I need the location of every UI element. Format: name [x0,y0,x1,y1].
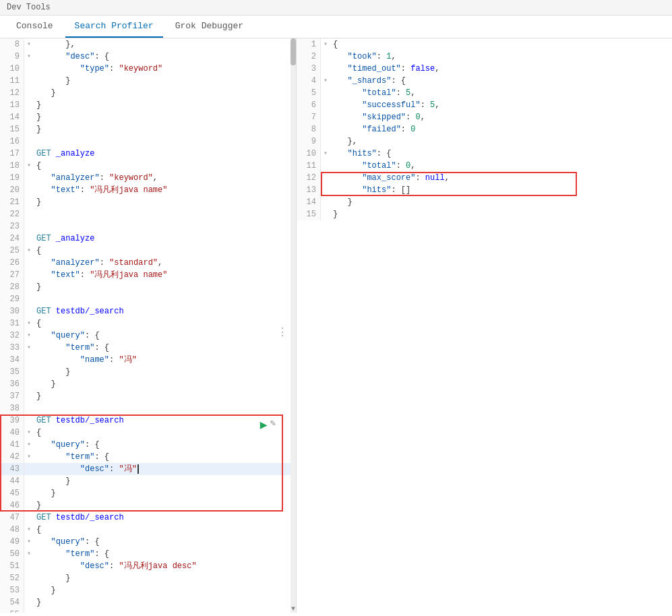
token: "skipped" [362,113,406,122]
line-fold-icon[interactable]: ▾ [24,524,34,536]
token: [] [401,185,410,195]
line-fold-icon[interactable]: ▾ [24,548,34,560]
token [36,52,65,61]
line-number: 40 [0,427,24,439]
line-number: 10 [297,148,321,160]
table-row: 11 } [0,75,296,87]
line-fold-icon[interactable]: ▾ [24,536,34,548]
token: : { [85,331,100,340]
token: testdb/_search [56,513,124,522]
token [333,185,362,195]
line-fold-icon[interactable]: ▾ [24,160,34,172]
table-row: 9 }, [297,135,672,148]
table-row: 20 "text": "冯凡利java name" [0,184,296,196]
line-content: } [34,99,296,111]
table-row: 35 } [0,366,296,378]
line-fold-icon[interactable]: ▾ [321,75,330,87]
line-fold-icon[interactable]: ▾ [24,245,34,257]
line-content: } [34,111,296,123]
table-row: 32▾ "query": { [0,330,296,342]
table-row: 24GET _analyze [0,233,296,245]
token [36,549,65,559]
line-fold-icon[interactable]: ▾ [24,342,34,354]
line-fold-icon[interactable]: ▾ [24,330,34,342]
token: } [51,586,56,595]
token: "max_score" [362,173,415,183]
token: "term" [65,452,94,462]
token [36,185,51,195]
line-fold-icon [24,584,34,596]
tab-grok-debugger[interactable]: Grok Debugger [166,16,253,38]
line-fold-icon [24,172,34,184]
line-content: } [34,196,296,208]
line-content: } [34,584,296,596]
line-content: GET testdb/_search [34,512,296,524]
right-code-editor[interactable]: 1▾{2 "took": 1,3 "timed_out": false,4▾ "… [297,38,672,613]
line-fold-icon [24,220,34,233]
line-number: 14 [0,111,24,123]
table-row: 31▾{ [0,317,296,330]
scrollbar-down-arrow[interactable]: ▼ [291,605,296,613]
line-number: 13 [0,99,24,111]
token: }, [348,137,357,146]
line-content: "hits": [] [330,184,672,196]
left-lines: 8▾ },9▾ "desc": {10 "type": "keyword"11 … [0,38,296,613]
line-fold-icon[interactable]: ▾ [24,317,34,330]
line-content [34,220,296,233]
table-row: 3 "timed_out": false, [297,63,672,75]
token: } [65,574,70,583]
line-number: 12 [297,172,321,184]
token: : { [377,149,392,158]
tab-console[interactable]: Console [7,16,63,38]
line-content: "term": { [34,548,296,560]
left-scrollbar-thumb[interactable] [291,38,296,65]
line-fold-icon [24,63,34,75]
edit-button[interactable]: ✎ [270,417,276,432]
line-number: 49 [0,536,24,548]
left-scrollbar[interactable]: ▼ [291,38,296,613]
line-fold-icon[interactable]: ▾ [24,427,34,439]
line-content [34,293,296,305]
line-content: { [34,160,296,172]
run-button[interactable]: ▶ [260,417,268,432]
line-fold-icon[interactable]: ▾ [321,148,330,160]
line-fold-icon [321,208,330,220]
table-row: 7 "skipped": 0, [297,111,672,123]
token: "standard" [109,258,158,268]
token: } [36,113,41,122]
line-fold-icon[interactable]: ▾ [24,38,34,51]
line-number: 43 [0,463,24,475]
line-fold-icon [24,596,34,609]
tab-search-profiler[interactable]: Search Profiler [65,16,163,38]
token: : [401,125,410,134]
table-row: 15} [0,123,296,135]
line-fold-icon[interactable]: ▾ [24,51,34,63]
token: "desc" [80,561,109,571]
line-number: 4 [297,75,321,87]
table-row: 28} [0,281,296,293]
line-number: 47 [0,512,24,524]
left-code-editor[interactable]: 8▾ },9▾ "desc": {10 "type": "keyword"11 … [0,38,296,613]
line-number: 48 [0,524,24,536]
line-fold-icon[interactable]: ▾ [321,38,330,51]
token: "took" [348,52,377,61]
line-content [34,402,296,414]
line-number: 16 [0,135,24,148]
token [36,561,80,571]
table-row: 16 [0,135,296,148]
line-fold-icon[interactable]: ▾ [24,451,34,463]
line-content: } [34,75,296,87]
token: "冯" [119,355,136,365]
line-content: "analyzer": "standard", [34,257,296,269]
table-row: 12 "max_score": null, [297,172,672,184]
line-content: "name": "冯" [34,354,296,366]
token: , [391,52,396,61]
line-number: 21 [0,196,24,208]
line-fold-icon [24,281,34,293]
line-number: 31 [0,317,24,330]
line-fold-icon[interactable]: ▾ [24,439,34,451]
token: "冯凡利java desc" [119,561,196,571]
text-cursor [138,464,139,474]
line-fold-icon [24,560,34,572]
line-content [34,609,296,613]
